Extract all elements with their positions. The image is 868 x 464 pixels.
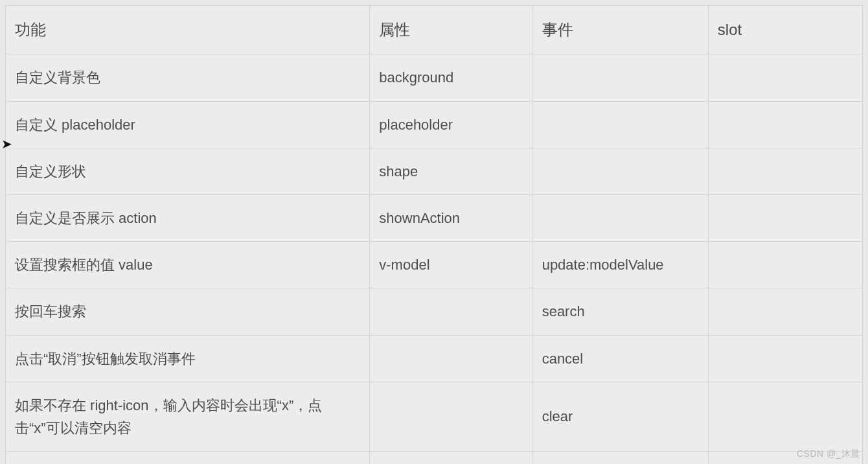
table-row: 如果不存在 right-icon，输入内容时会出现“x”，点击“x”可以清空内容… [6, 382, 863, 451]
cell-event [532, 148, 708, 194]
table-body: 自定义背景色 background 自定义 placeholder placeh… [6, 54, 863, 464]
cell-feature: 自定义 placeholder [6, 101, 370, 148]
cell-attr: v-model [370, 242, 532, 288]
watermark-text: CSDN @_沐晨 [797, 448, 860, 460]
col-header-slot: slot [708, 6, 862, 54]
cell-feature: 自定义背景色 [6, 54, 370, 101]
col-header-feature: 功能 [6, 6, 370, 54]
cell-slot [708, 382, 862, 451]
cell-slot [708, 148, 862, 194]
cell-attr [370, 288, 532, 335]
cell-slot [708, 242, 862, 288]
cell-event: update:modelValue [532, 242, 708, 288]
cell-event [532, 101, 708, 148]
cell-feature: 设置搜索框的值 value [6, 242, 370, 288]
cell-event: clear [532, 382, 708, 451]
cell-event: search [532, 288, 708, 335]
cell-attr [370, 382, 532, 451]
table-row: 自定义是否展示 action shownAction [6, 194, 863, 241]
api-table: 功能 属性 事件 slot 自定义背景色 background 自定义 plac… [5, 5, 863, 464]
table-row: 点击“取消”按钮触发取消事件 cancel [6, 335, 863, 382]
cell-slot [708, 54, 862, 101]
cell-event [532, 54, 708, 101]
cell-feature: 点击“取消”按钮触发取消事件 [6, 335, 370, 382]
cell-attr: shownAction [370, 194, 532, 241]
table-row: 自定义形状 shape [6, 148, 863, 194]
cell-event [532, 194, 708, 241]
api-table-container: 功能 属性 事件 slot 自定义背景色 background 自定义 plac… [0, 0, 868, 464]
cell-event: cancel [532, 335, 708, 382]
cell-attr: shape [370, 148, 532, 194]
cell-slot [708, 194, 862, 241]
cell-attr [370, 452, 532, 464]
table-row: 设置 right-icon right-icon [6, 452, 863, 464]
cell-feature: 设置 right-icon [6, 452, 370, 464]
cell-slot [708, 101, 862, 148]
table-row: 设置搜索框的值 value v-model update:modelValue [6, 242, 863, 288]
cell-attr: background [370, 54, 532, 101]
cell-slot [708, 288, 862, 335]
col-header-attr: 属性 [370, 6, 532, 54]
cell-slot [708, 335, 862, 382]
table-head: 功能 属性 事件 slot [6, 6, 863, 54]
table-row: 自定义 placeholder placeholder [6, 101, 863, 148]
cell-event [532, 452, 708, 464]
cell-attr: placeholder [370, 101, 532, 148]
table-row: 按回车搜索 search [6, 288, 863, 335]
table-header-row: 功能 属性 事件 slot [6, 6, 863, 54]
table-row: 自定义背景色 background [6, 54, 863, 101]
cell-attr [370, 335, 532, 382]
cell-feature: 如果不存在 right-icon，输入内容时会出现“x”，点击“x”可以清空内容 [6, 382, 370, 451]
cell-feature: 自定义是否展示 action [6, 194, 370, 241]
col-header-event: 事件 [532, 6, 708, 54]
cell-feature: 自定义形状 [6, 148, 370, 194]
cell-feature: 按回车搜索 [6, 288, 370, 335]
